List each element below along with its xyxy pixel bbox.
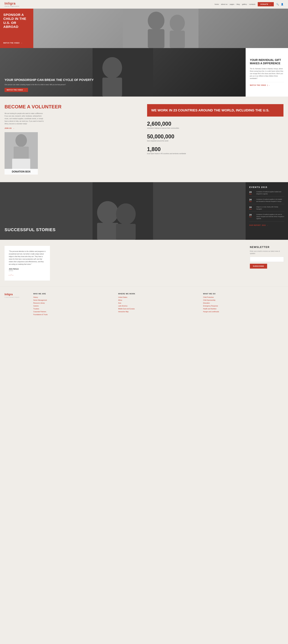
- event-item-3: 24 Mar. Inligra is a 4-star charity with…: [249, 206, 284, 212]
- email-input[interactable]: [250, 257, 284, 262]
- volunteer-image: DONATION BOX: [4, 132, 38, 174]
- nav-about[interactable]: about us: [221, 3, 227, 5]
- logo: Inligra charity organization: [4, 2, 19, 7]
- footer-who-we-are: Who we are History Senior Management Res…: [33, 293, 114, 316]
- stat-number-3: 1,800: [147, 146, 284, 152]
- nav-home[interactable]: home: [215, 3, 219, 5]
- testimonial-text: "The personal attention to the children …: [9, 250, 46, 266]
- stat-desc-2: lives impacted around the world: [147, 140, 284, 142]
- sponsorship-left-content: YOUR SPONSORSHIP CAN BREAK THE CYCLE OF …: [4, 78, 94, 92]
- footer-copyright: © 2016 | PRIVACY POLICY: [4, 296, 29, 298]
- footer-united-states[interactable]: United States: [118, 296, 199, 298]
- footer-education[interactable]: Education: [203, 302, 284, 304]
- event-item-4: 24 Mar. Container of medical supplies to…: [249, 214, 284, 222]
- newsletter-section: NEWSLETTER Enter your email to receive o…: [246, 240, 288, 286]
- stat-number-2: 50,000,000: [147, 134, 284, 139]
- svg-rect-4: [170, 30, 185, 48]
- hero-image: [33, 9, 288, 48]
- footer-trustees[interactable]: Trustees: [33, 308, 114, 310]
- nav-gallery[interactable]: gallery: [242, 3, 247, 5]
- hero-title: SPONSOR A CHILD IN THE U.S. OR ABROAD: [3, 13, 30, 29]
- footer-middle-east[interactable]: Middle East and Eurasia: [118, 308, 199, 310]
- sponsorship-desc: One person can make a lasting impact in …: [4, 84, 94, 86]
- countries-text: WE WORK IN 23 COUNTRIES AROUND THE WORLD…: [151, 108, 279, 112]
- svg-rect-7: [103, 78, 122, 96]
- sponsorship-watch-button[interactable]: WATCH THE VIDEO →: [4, 88, 28, 92]
- footer-health-nutrition[interactable]: Health and Nutrition: [203, 308, 284, 310]
- volunteer-section: BECOME A VOLUNTEER We are looking for pe…: [0, 96, 288, 182]
- footer-careers[interactable]: Careers: [33, 305, 114, 307]
- header-icons: 🔍 👤: [276, 3, 284, 6]
- join-button[interactable]: JOIN US →: [4, 128, 141, 129]
- svg-point-6: [103, 57, 122, 78]
- newsletter-desc: Enter your email to receive our latest n…: [250, 250, 284, 255]
- stat-number-1: 2,600,000: [147, 121, 284, 126]
- hero-watch-button[interactable]: WATCH THE VIDEO →: [3, 42, 30, 44]
- testimonial-box: "The personal attention to the children …: [4, 246, 50, 280]
- arrow-icon: →: [267, 224, 268, 226]
- footer-senior-mgmt[interactable]: Senior Management: [33, 299, 114, 301]
- gift-watch-button[interactable]: WATCH THE VIDEO | →: [250, 82, 284, 86]
- event-item-1: 24 Mar. Container of medical supplies lo…: [249, 191, 284, 196]
- countries-box: WE WORK IN 23 COUNTRIES AROUND THE WORLD…: [147, 104, 284, 116]
- volunteer-desc: We are looking for people who want to ma…: [4, 112, 44, 125]
- testimonial-nav-sep: /: [11, 274, 11, 276]
- event-text-2: Container of medical supplies to be load…: [256, 198, 284, 202]
- svg-rect-11: [12, 159, 30, 169]
- user-icon[interactable]: 👤: [281, 3, 284, 6]
- svg-point-9: [15, 134, 27, 147]
- svg-rect-2: [148, 29, 164, 48]
- svg-rect-5: [93, 48, 153, 96]
- hero-section: SPONSOR A CHILD IN THE U.S. OR ABROAD WA…: [0, 9, 288, 48]
- volunteer-title: BECOME A VOLUNTEER: [4, 104, 141, 110]
- testimonial-author: John Nelson: [9, 268, 46, 270]
- event-text-3: Inligra is a 4-star charity with Charity…: [256, 206, 284, 210]
- stat-desc-1: volunteers helping to improve their comm…: [147, 127, 284, 129]
- footer-foundations[interactable]: Foundations & Trusts: [33, 314, 114, 316]
- arrow-right-icon: →: [21, 42, 22, 44]
- footer-africa[interactable]: Africa: [118, 299, 199, 301]
- event-day-1: 24: [249, 191, 255, 193]
- subscribe-button[interactable]: SUBSCRIBE: [250, 264, 267, 268]
- event-day-4: 24: [249, 214, 255, 216]
- footer-where-we-work: Where we work United States Africa Asia …: [118, 293, 199, 316]
- donation-box-label: DONATION BOX: [4, 169, 38, 174]
- header-right: home / about us / pages / blog / gallery…: [215, 2, 284, 6]
- footer-resource-library[interactable]: Resource Library: [33, 302, 114, 304]
- volunteer-left: BECOME A VOLUNTEER We are looking for pe…: [4, 104, 141, 174]
- footer: Inligra © 2016 | PRIVACY POLICY Who we a…: [0, 286, 288, 321]
- footer-interactive-map[interactable]: Interactive Map: [118, 311, 199, 312]
- footer-col2-title: Where we work: [118, 293, 199, 295]
- testimonial-prev-button[interactable]: ‹: [9, 274, 9, 276]
- footer-col1-title: Who we are: [33, 293, 114, 295]
- events-title: EVENTS 2015: [249, 186, 284, 188]
- testimonial-section: "The personal attention to the children …: [0, 240, 288, 286]
- donate-button[interactable]: DONATE →: [258, 2, 274, 6]
- testimonial-role: (artist): [9, 270, 46, 272]
- stat-desc-3: local Open hearts in 40 countries and te…: [147, 153, 284, 155]
- footer-child-protection[interactable]: Child Protection: [203, 296, 284, 298]
- sponsorship-section: YOUR SPONSORSHIP CAN BREAK THE CYCLE OF …: [0, 48, 288, 96]
- search-icon[interactable]: 🔍: [276, 3, 279, 6]
- footer-corporate-partners[interactable]: Corporate Partners: [33, 311, 114, 312]
- event-month-3: Mar.: [249, 208, 255, 210]
- sponsorship-left: YOUR SPONSORSHIP CAN BREAK THE CYCLE OF …: [0, 48, 246, 96]
- footer-emergency-response[interactable]: Emergency Response: [203, 305, 284, 307]
- svg-point-13: [97, 201, 118, 224]
- testimonial-next-button[interactable]: ›: [12, 274, 13, 276]
- event-month-1: Mar.: [249, 193, 255, 195]
- our-report-link[interactable]: OUR REPORT 2015 →: [249, 224, 284, 226]
- hero-cta: SPONSOR A CHILD IN THE U.S. OR ABROAD WA…: [0, 9, 33, 48]
- nav-pages[interactable]: pages: [230, 3, 234, 5]
- svg-rect-10: [14, 146, 29, 160]
- footer-hunger-livelihoods[interactable]: Hunger and Livelihoods: [203, 311, 284, 312]
- footer-logo: Inligra: [4, 293, 29, 296]
- nav-blog[interactable]: blog: [237, 3, 240, 5]
- nav-contacts[interactable]: contacts: [249, 3, 255, 5]
- footer-asia[interactable]: Asia: [118, 302, 199, 304]
- newsletter-title: NEWSLETTER: [250, 246, 284, 248]
- footer-child-sponsorship[interactable]: Child Sponsorship: [203, 299, 284, 301]
- testimonial-nav: ‹ / ›: [9, 274, 46, 276]
- footer-latin-america[interactable]: Latin America: [118, 305, 199, 307]
- footer-history[interactable]: History: [33, 296, 114, 298]
